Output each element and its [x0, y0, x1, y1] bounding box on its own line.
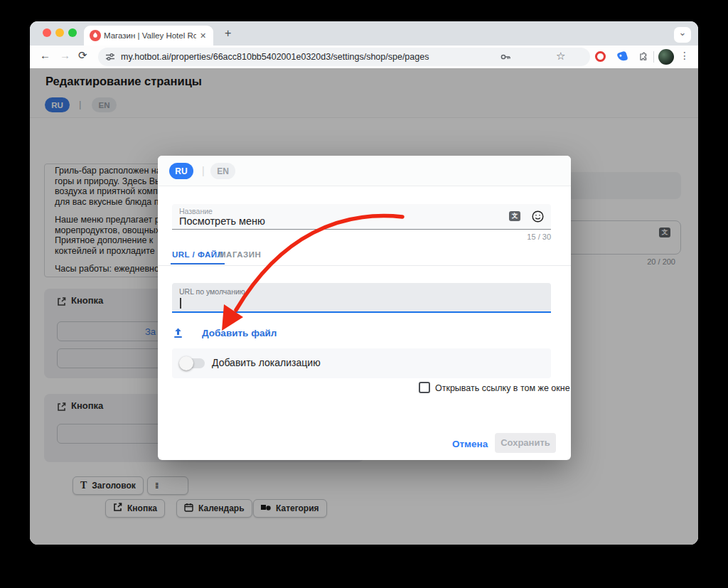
back-icon[interactable]: ←: [40, 49, 50, 61]
window-zoom-button[interactable]: [68, 28, 77, 37]
forward-icon[interactable]: →: [60, 49, 70, 61]
password-key-icon[interactable]: [500, 51, 511, 65]
name-input[interactable]: Название Посмотреть меню 文: [172, 204, 551, 230]
bookmark-star-icon[interactable]: ☆: [556, 50, 565, 63]
add-file-label: Добавить файл: [202, 328, 277, 338]
url-input-label: URL по умолчанию: [179, 287, 245, 296]
url-text[interactable]: my.hotbot.ai/properties/66acc810bb540200…: [121, 52, 429, 62]
modal-lang-en-button[interactable]: EN: [210, 163, 235, 179]
add-file-link[interactable]: Добавить файл: [172, 327, 184, 342]
window-minimize-button[interactable]: [55, 28, 64, 37]
browser-window: Магазин | Valley Hotel Rosa K ✕ + ⌄ ← → …: [30, 21, 698, 545]
edit-link-modal: RU | EN Название Посмотреть меню 文 15 / …: [158, 156, 571, 460]
name-label: Название: [179, 207, 213, 215]
tag-dot: [619, 54, 622, 57]
translate-icon[interactable]: 文: [509, 211, 520, 221]
add-localization-label: Добавить локализацию: [212, 357, 321, 368]
name-value: Посмотреть меню: [179, 215, 265, 227]
tab-title: Магазин | Valley Hotel Rosa K: [104, 31, 196, 40]
browser-toolbar: ← → ⟳ my.hotbot.ai/properties/66acc810bb…: [30, 46, 698, 68]
localization-row: Добавить локализацию: [172, 348, 551, 378]
name-counter: 15 / 30: [172, 232, 551, 241]
tab-shop[interactable]: МАГАЗИН: [219, 250, 261, 259]
modal-cancel-button[interactable]: Отмена: [452, 439, 488, 449]
extension-red-o-icon[interactable]: [595, 51, 606, 62]
url-bar[interactable]: my.hotbot.ai/properties/66acc810bb540200…: [98, 48, 590, 66]
modal-tabs: URL / ФАЙЛ МАГАЗИН: [158, 249, 571, 266]
site-settings-tune-icon[interactable]: [105, 52, 115, 65]
profile-avatar[interactable]: [658, 49, 674, 65]
screenshot-root: Магазин | Valley Hotel Rosa K ✕ + ⌄ ← → …: [0, 0, 728, 588]
new-tab-button[interactable]: +: [225, 27, 231, 40]
add-localization-toggle[interactable]: [181, 358, 205, 368]
tab-favicon: [90, 30, 101, 44]
reload-icon[interactable]: ⟳: [78, 49, 87, 62]
translate-glyph: 文: [512, 212, 518, 220]
toolbar-divider: [653, 51, 654, 63]
tab-close-icon[interactable]: ✕: [200, 31, 206, 41]
modal-header: RU | EN: [158, 156, 571, 186]
chevron-down-icon: ⌄: [679, 27, 687, 38]
upload-icon: [172, 327, 184, 339]
url-input[interactable]: URL по умолчанию: [172, 283, 551, 313]
modal-save-button[interactable]: Сохранить: [495, 433, 556, 453]
emoji-icon[interactable]: [532, 210, 544, 225]
open-same-window-label: Открывать ссылку в том же окне: [435, 383, 570, 393]
extension-tag-icon[interactable]: [616, 50, 628, 62]
tab-search-chevron-button[interactable]: ⌄: [674, 27, 691, 43]
browser-menu-dots-icon[interactable]: ⋮: [680, 50, 690, 61]
modal-lang-ru-button[interactable]: RU: [169, 163, 193, 179]
window-close-button[interactable]: [43, 28, 51, 37]
tab-url-file[interactable]: URL / ФАЙЛ: [171, 250, 225, 264]
extensions-puzzle-icon[interactable]: [638, 51, 649, 65]
browser-tab[interactable]: Магазин | Valley Hotel Rosa K ✕: [84, 26, 213, 46]
tab-strip: Магазин | Valley Hotel Rosa K ✕ + ⌄: [30, 21, 698, 46]
modal-lang-divider: |: [202, 165, 205, 176]
text-caret: [180, 298, 181, 309]
open-same-window-checkbox[interactable]: [419, 382, 430, 393]
